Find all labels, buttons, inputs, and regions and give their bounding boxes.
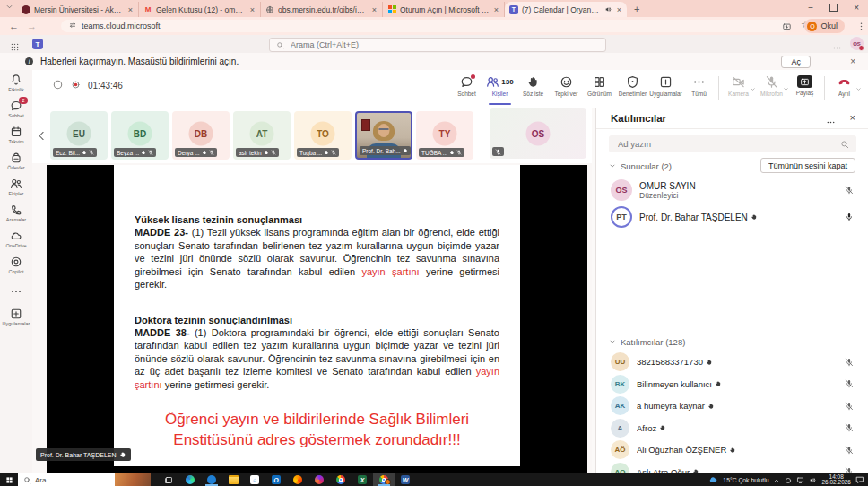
mic-off-button[interactable] (845, 182, 854, 198)
self-video-tile[interactable]: OS (490, 108, 586, 159)
browser-tab[interactable]: Mersin Üniversitesi - Akademik× (17, 2, 139, 17)
toolbar-uygulamalar-button[interactable]: Uygulamalar (649, 73, 682, 105)
weather-text[interactable]: 15°C Çok bulutlu (723, 477, 768, 483)
sidebar-item-copilot[interactable]: Copilot (0, 252, 32, 278)
browser-tab[interactable]: Oturum Açın | Microsoft Teams× (383, 2, 505, 17)
tray-volume-icon[interactable] (809, 472, 817, 486)
browser-profile-button[interactable]: O Okul (804, 19, 845, 33)
taskbar-app-chrome-active[interactable] (373, 473, 395, 486)
panel-close-icon[interactable]: × (850, 112, 855, 123)
search-highlight-image[interactable] (115, 473, 151, 486)
participant-search-input[interactable] (616, 138, 840, 150)
action-center-icon[interactable] (855, 472, 864, 486)
teams-profile-avatar[interactable]: OS (850, 37, 864, 50)
toolbar-görünüm-button[interactable]: Görünüm (583, 73, 616, 105)
video-tile-camera[interactable]: Prof. Dr. Bah... (355, 111, 412, 160)
maximize-button[interactable] (829, 4, 838, 12)
weather-icon[interactable] (708, 472, 718, 486)
mic-on-button[interactable] (845, 209, 854, 225)
forward-button[interactable]: → (27, 21, 37, 31)
tray-expand-icon[interactable] (773, 472, 780, 486)
video-tile[interactable]: DBDerya ... (172, 111, 230, 160)
browser-tab[interactable]: obs.mersin.edu.tr/oibs/index.as× (261, 2, 383, 17)
teams-logo[interactable]: T (32, 39, 43, 49)
participant-row[interactable]: OSOMUR SAYINDüzenleyici (596, 178, 868, 203)
toolbar-mikrofon-button[interactable]: Mikrofon (755, 73, 788, 105)
tab-close-icon[interactable]: × (616, 5, 622, 14)
toolbar-tepki-ver-button[interactable]: Tepki ver (550, 73, 583, 105)
taskbar-app-blue[interactable] (201, 473, 222, 486)
chevron-down-icon[interactable] (855, 80, 862, 96)
taskbar-app-firefox[interactable] (287, 473, 308, 486)
toolbar-sohbet-button[interactable]: Sohbet (450, 73, 483, 105)
teams-search-input[interactable] (289, 39, 599, 50)
close-window-button[interactable]: × (854, 3, 859, 13)
sidebar-item-aramalar[interactable]: Aramalar (0, 200, 32, 226)
mute-all-button[interactable]: Tümünün sesini kapat (760, 158, 855, 173)
toolbar-ayrıl-button[interactable]: Ayrıl (828, 73, 861, 105)
participant-search-box[interactable] (609, 135, 856, 152)
tab-close-icon[interactable]: × (249, 5, 256, 14)
tray-app-icon[interactable] (785, 472, 792, 486)
back-button[interactable]: ← (9, 21, 19, 31)
new-tab-button[interactable]: + (634, 4, 639, 14)
banner-open-button[interactable]: Aç (781, 56, 811, 68)
install-app-icon[interactable] (782, 20, 792, 36)
mic-off-button[interactable] (845, 420, 854, 436)
tab-search-chevron-icon[interactable] (5, 0, 13, 14)
toolbar-tümü-button[interactable]: Tümü (682, 73, 716, 105)
browser-tab[interactable]: MGelen Kutusu (12) - omursayin× (139, 2, 261, 17)
taskbar-app-word[interactable]: W (395, 473, 416, 486)
meeting-info-icon[interactable] (52, 79, 64, 92)
sidebar-item-more[interactable] (0, 278, 32, 304)
taskbar-app-purple[interactable] (308, 473, 330, 486)
participant-row[interactable]: AAfroz (596, 418, 868, 438)
taskbar-app-taskview[interactable] (158, 473, 179, 486)
mic-off-button[interactable] (845, 398, 854, 414)
mic-off-button[interactable] (845, 354, 854, 370)
start-button[interactable] (0, 476, 18, 484)
tab-close-icon[interactable]: × (371, 5, 378, 14)
taskbar-app-folder[interactable] (222, 473, 244, 486)
taskbar-app-store[interactable]: ⌂ (244, 473, 265, 486)
tab-close-icon[interactable]: × (493, 5, 499, 14)
address-input[interactable]: teams.cloud.microsoft (61, 20, 789, 32)
taskbar-search-box[interactable]: Ara (18, 473, 151, 486)
taskbar-app-chrome[interactable] (330, 473, 352, 486)
mic-off-button[interactable] (845, 376, 854, 392)
sidebar-item-ekipler[interactable]: Ekipler (0, 174, 32, 200)
attendees-section-header[interactable]: Katılımcılar (128) (609, 337, 685, 347)
sidebar-item-onedrive[interactable]: OneDrive (0, 226, 32, 252)
toolbar-paylaş-button[interactable]: Paylaş (788, 73, 821, 105)
minimize-button[interactable]: − (808, 3, 813, 13)
participant-row[interactable]: UU38215883371730 (596, 351, 868, 372)
sidebar-item-takvim[interactable]: Takvim (0, 122, 32, 148)
mic-off-button[interactable] (845, 442, 854, 458)
taskbar-app-outlook[interactable]: O (265, 473, 287, 486)
video-tile[interactable]: BDBeyza ... (111, 111, 169, 160)
site-info-icon[interactable] (68, 21, 77, 31)
banner-close-icon[interactable]: × (850, 56, 855, 66)
tab-close-icon[interactable]: × (127, 5, 134, 14)
participant-row[interactable]: AKa hümeyra kaynar (596, 395, 868, 416)
sidebar-item-sohbet[interactable]: Sohbet2 (0, 96, 32, 122)
video-tile[interactable]: ATaslı tekin (233, 111, 291, 160)
panel-more-icon[interactable] (826, 115, 836, 131)
participant-row[interactable]: PTProf. Dr. Bahar TAŞDELEN (596, 204, 868, 230)
taskbar-app-edge[interactable] (179, 473, 201, 486)
toolbar-söz-iste-button[interactable]: Söz iste (516, 73, 550, 105)
taskbar-app-excel[interactable]: X (352, 473, 373, 486)
participant-row[interactable]: AÖAli Oğuzhan ÖZŞENER (596, 439, 868, 460)
sidebar-item-etkinlik[interactable]: Etkinlik (0, 70, 32, 96)
toolbar-kişiler-button[interactable]: 130Kişiler (483, 73, 516, 105)
browser-menu-icon[interactable] (856, 19, 866, 35)
video-tile[interactable]: EUEcz. Bil... (50, 111, 108, 160)
sidebar-item-ödevler[interactable]: Ödevler (0, 148, 32, 174)
video-tile[interactable]: TOTugba ... (294, 111, 352, 160)
toolbar-kamera-button[interactable]: Kamera (722, 73, 755, 105)
browser-tab[interactable]: T(7) Calendar | Oryantasyon× (505, 2, 627, 17)
toolbar-denetimler-button[interactable]: Denetimler (616, 73, 649, 105)
tray-display-icon[interactable] (796, 472, 804, 486)
teams-search-box[interactable] (269, 38, 606, 52)
strip-scroll-left-icon[interactable] (36, 129, 48, 145)
